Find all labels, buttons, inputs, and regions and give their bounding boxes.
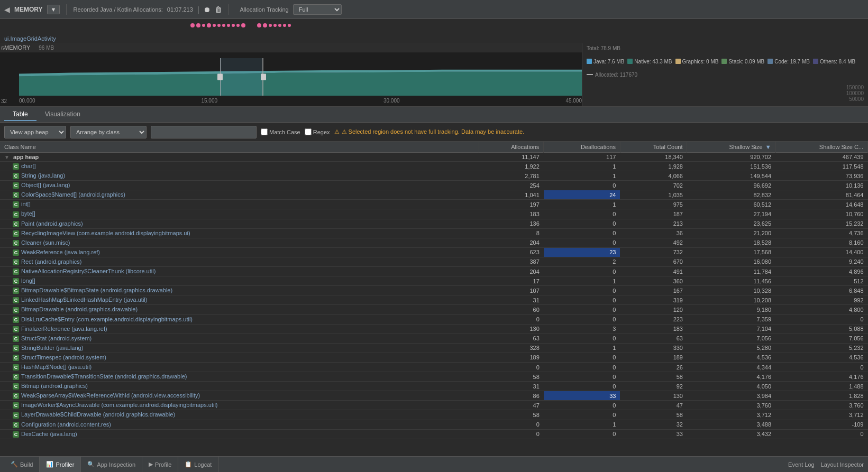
bottom-tab-profile[interactable]: ▶ Profile (142, 457, 178, 473)
memory-label: MEMORY (14, 6, 43, 13)
record-button[interactable]: ⏺ (203, 5, 211, 14)
table-row[interactable]: CRect (android.graphics) 387 2 670 16,08… (0, 257, 868, 266)
allocated-label: Allocated: 117670 (587, 72, 864, 78)
table-row[interactable]: CString (java.lang) 2,781 1 4,066 149,54… (0, 171, 868, 181)
back-button[interactable]: ◀ (4, 5, 10, 14)
table-row[interactable]: CBitmap (android.graphics) 31 0 92 4,050… (0, 382, 868, 391)
table-row[interactable]: CWeakReference (java.lang.ref) 623 23 73… (0, 247, 868, 257)
table-row[interactable]: CStructTimespec (android.system) 189 0 1… (0, 353, 868, 362)
class-name-cell: CBitmapDrawable$BitmapState (android.gra… (0, 286, 479, 295)
table-row[interactable]: CStructStat (android.system) 63 0 63 7,0… (0, 334, 868, 343)
svg-rect-8 (261, 74, 266, 80)
table-row[interactable]: CHashMap$Node[] (java.util) 0 0 26 4,344… (0, 362, 868, 372)
stop-button[interactable]: 🗑 (215, 5, 222, 14)
table-row[interactable]: CConfiguration (android.content.res) 0 1… (0, 420, 868, 429)
table-row[interactable]: CObject[] (java.lang) 254 0 702 96,692 1… (0, 181, 868, 190)
class-name-cell: CHashMap$Node[] (java.util) (0, 362, 479, 372)
class-name-cell: CNativeAllocationRegistry$CleanerThunk (… (0, 267, 479, 276)
class-type-icon: C (13, 307, 19, 313)
table-row[interactable]: CRecyclingImageView (com.example.android… (0, 228, 868, 238)
table-row[interactable]: CPaint (android.graphics) 136 0 213 23,6… (0, 219, 868, 228)
table-row[interactable]: ▼ app heap 11,147 117 18,340 920,702 467… (0, 153, 868, 162)
arrange-by-class-dropdown[interactable]: Arrange by class Arrange by callstack (70, 126, 147, 138)
class-type-icon: C (13, 201, 19, 208)
memory-dropdown-icon[interactable]: ▼ (47, 5, 60, 14)
match-case-text: Match Case (269, 129, 300, 135)
tab-table[interactable]: Table (4, 108, 36, 121)
legend-graphics: Graphics: 0 MB (675, 59, 719, 64)
table-row[interactable]: CImageWorker$AsyncDrawable (com.example.… (0, 401, 868, 410)
warn-icon: ⚠ (334, 128, 340, 135)
class-name-cell: CColorSpace$Named[] (android.graphics) (0, 190, 479, 200)
legend-code: Code: 19.7 MB (768, 59, 810, 64)
table-row[interactable]: CDiskLruCache$Entry (com.example.android… (0, 314, 868, 324)
class-type-icon: C (13, 249, 19, 256)
profile-label: Profile (155, 461, 171, 468)
class-type-icon: C (13, 182, 19, 189)
table-row[interactable]: CLinkedHashMap$LinkedHashMapEntry (java.… (0, 295, 868, 305)
dot-11 (241, 23, 245, 27)
class-name-cell: ▼ app heap (0, 153, 479, 162)
table-row[interactable]: CCleaner (sun.misc) 204 0 492 18,528 8,1… (0, 238, 868, 247)
table-row[interactable]: Cint[] 197 1 975 60,512 14,648 (0, 200, 868, 209)
chart-time-axis: 00.000 15.000 30.000 45.000 (19, 97, 582, 106)
table-row[interactable]: CStringBuilder (java.lang) 328 1 330 5,2… (0, 343, 868, 353)
table-row[interactable]: Cbyte[] 183 0 187 27,194 10,760 (0, 209, 868, 219)
layout-inspector-link[interactable]: Layout Inspector (821, 461, 864, 468)
others-swatch (813, 59, 818, 64)
col-allocations[interactable]: Allocations (479, 142, 544, 153)
table-row[interactable]: CDexCache (java.lang) 0 0 33 3,432 0 (0, 429, 868, 439)
class-type-icon: C (13, 355, 19, 361)
class-name-cell: CObject[] (java.lang) (0, 181, 479, 190)
table-row[interactable]: CTransitionDrawable$TransitionState (and… (0, 372, 868, 382)
class-name-cell: CFinalizerReference (java.lang.ref) (0, 324, 479, 334)
col-shallow-size-c[interactable]: Shallow Size C... (775, 142, 867, 153)
profiler-icon: 📊 (46, 461, 53, 468)
event-log-link[interactable]: Event Log (788, 461, 815, 468)
class-type-icon: C (13, 402, 19, 409)
bottom-tab-profiler[interactable]: 📊 Profiler (40, 457, 81, 473)
class-type-icon: C (13, 336, 19, 342)
right-50k: 50000 (849, 96, 864, 102)
table-container[interactable]: Class Name Allocations Deallocations Tot… (0, 142, 868, 456)
separator-icon: | (197, 5, 199, 14)
table-row[interactable]: Clong[] 17 1 360 11,456 512 (0, 276, 868, 286)
table-row[interactable]: CFinalizerReference (java.lang.ref) 130 … (0, 324, 868, 334)
search-input[interactable] (151, 126, 257, 138)
dots-row (0, 19, 868, 32)
logcat-label: Logcat (194, 461, 212, 468)
table-row[interactable]: CColorSpace$Named[] (android.graphics) 1… (0, 190, 868, 200)
dot-10 (236, 24, 240, 27)
full-dropdown[interactable]: Full Sampled (293, 4, 342, 15)
match-case-label[interactable]: Match Case (261, 128, 300, 135)
table-row[interactable]: CBitmapDrawable$BitmapState (android.gra… (0, 286, 868, 295)
alloc-track-label: Allocation Tracking (240, 6, 288, 13)
regex-checkbox[interactable] (305, 128, 312, 135)
bottom-tab-app-inspection[interactable]: 🔍 App Inspection (81, 457, 142, 473)
bottom-right: Event Log Layout Inspector (788, 461, 864, 468)
col-total-count[interactable]: Total Count (620, 142, 687, 153)
col-deallocations[interactable]: Deallocations (544, 142, 620, 153)
dot-12 (257, 23, 261, 27)
class-name-cell: Clong[] (0, 276, 479, 286)
chart-header: MEMORY 96 MB (0, 43, 582, 52)
table-row[interactable]: CNativeAllocationRegistry$CleanerThunk (… (0, 267, 868, 276)
table-row[interactable]: CWeakSparseArray$WeakReferenceWithId (an… (0, 391, 868, 401)
class-name-cell: CTransitionDrawable$TransitionState (and… (0, 372, 479, 382)
col-class-name[interactable]: Class Name (0, 142, 479, 153)
table-row[interactable]: Cchar[] 1,922 1 1,928 151,536 117,548 (0, 162, 868, 171)
class-name-cell: Cchar[] (0, 162, 479, 171)
table-row[interactable]: CLayerDrawable$ChildDrawable (android.gr… (0, 410, 868, 420)
match-case-checkbox[interactable] (261, 128, 268, 135)
class-name-cell: CRecyclingImageView (com.example.android… (0, 228, 479, 238)
col-shallow-size[interactable]: Shallow Size ▼ (687, 142, 775, 153)
tab-visualization[interactable]: Visualization (36, 108, 89, 121)
regex-label[interactable]: Regex (305, 128, 330, 135)
class-name-cell: Cint[] (0, 200, 479, 209)
class-type-icon: C (13, 230, 19, 237)
view-app-heap-dropdown[interactable]: View app heap (4, 126, 66, 138)
profile-icon: ▶ (149, 461, 153, 468)
bottom-tab-logcat[interactable]: 📋 Logcat (178, 457, 218, 473)
table-row[interactable]: CBitmapDrawable (android.graphics.drawab… (0, 305, 868, 314)
bottom-tab-build[interactable]: 🔨 Build (4, 457, 40, 473)
